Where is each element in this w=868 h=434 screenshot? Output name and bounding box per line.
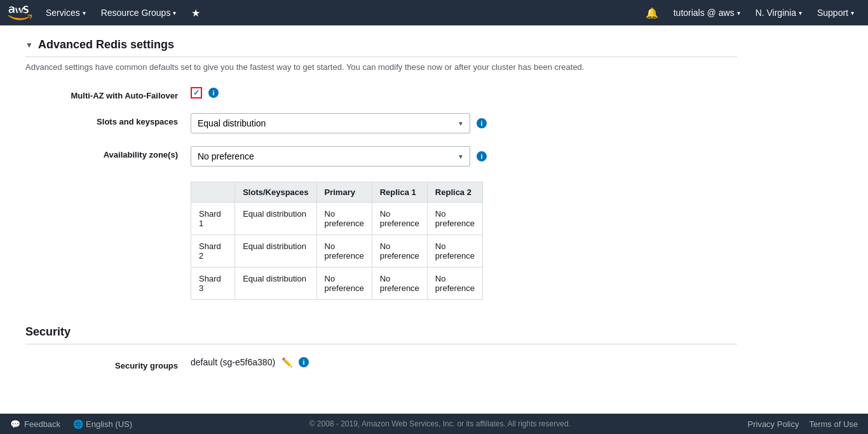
security-groups-label: Security groups [25,357,191,370]
availability-label: Availability zone(s) [25,146,191,159]
shard2-slots: Equal distribution [235,235,316,268]
table-row: Shard 2 Equal distribution Nopreference … [191,235,483,268]
section-description: Advanced settings have common defaults s… [25,62,737,72]
col-replica1: Replica 1 [372,182,427,203]
table-row: Shard 1 Equal distribution Nopreference … [191,203,483,235]
availability-select[interactable]: No preference us-east-1a us-east-1b us-e… [191,146,470,166]
multiaz-checkbox[interactable]: ✓ [191,87,202,98]
services-chevron-icon: ▾ [83,10,86,17]
shard1-replica1: Nopreference [372,203,427,235]
region-chevron-icon: ▾ [799,10,802,17]
slots-row: Slots and keyspaces Equal distribution C… [25,113,737,133]
availability-select-wrapper: No preference us-east-1a us-east-1b us-e… [191,146,470,166]
col-slots: Slots/Keyspaces [235,182,316,203]
top-navigation: Services ▾ Resource Groups ▾ ★ 🔔 tutoria… [0,0,868,25]
table-row: Shard 3 Equal distribution Nopreference … [191,268,483,300]
col-replica2: Replica 2 [427,182,482,203]
slots-info-icon[interactable]: i [477,118,487,128]
multiaz-row: Multi-AZ with Auto-Failover ✓ i [25,87,737,100]
slots-select-wrapper: Equal distribution Custom distribution [191,113,470,133]
shard3-slots: Equal distribution [235,268,316,300]
shard3-replica1: Nopreference [372,268,427,300]
section-title: Advanced Redis settings [38,38,174,51]
multiaz-label: Multi-AZ with Auto-Failover [25,87,191,100]
support-chevron-icon: ▾ [851,10,854,17]
user-chevron-icon: ▾ [737,10,740,17]
resource-groups-label: Resource Groups [101,8,171,18]
shard-table-row: Slots/Keyspaces Primary Replica 1 Replic… [25,179,737,300]
section-header: ▼ Advanced Redis settings [25,38,737,57]
main-content: ▼ Advanced Redis settings Advanced setti… [0,25,763,396]
shard2-replica2: Nopreference [427,235,482,268]
resource-groups-chevron-icon: ▾ [173,10,176,17]
slots-select[interactable]: Equal distribution Custom distribution [191,113,470,133]
shard3-primary: Nopreference [316,268,372,300]
services-menu[interactable]: Services ▾ [39,0,92,25]
security-groups-control: default (sg-e5f6a380) ✏️ i [191,357,737,367]
shard1-slots: Equal distribution [235,203,316,235]
availability-row: Availability zone(s) No preference us-ea… [25,146,737,166]
shard2-replica1: Nopreference [372,235,427,268]
availability-control: No preference us-east-1a us-east-1b us-e… [191,146,737,166]
availability-info-icon[interactable]: i [477,151,487,161]
section-collapse-icon[interactable]: ▼ [25,41,33,50]
col-primary: Primary [316,182,372,203]
services-label: Services [46,8,80,18]
shard1-primary: Nopreference [316,203,372,235]
security-title: Security [25,325,71,339]
shard1-replica2: Nopreference [427,203,482,235]
shard-table-wrapper: Slots/Keyspaces Primary Replica 1 Replic… [191,179,737,300]
security-groups-info-icon[interactable]: i [299,357,309,367]
resource-groups-menu[interactable]: Resource Groups ▾ [95,0,183,25]
security-header: Security [25,325,737,344]
nav-right: 🔔 tutorials @ aws ▾ N. Virginia ▾ Suppor… [639,0,860,25]
slots-control: Equal distribution Custom distribution i [191,113,737,133]
user-menu[interactable]: tutorials @ aws ▾ [667,0,747,25]
table-spacer [25,179,191,183]
user-label: tutorials @ aws [674,8,735,18]
notifications-icon[interactable]: 🔔 [639,7,665,19]
security-groups-value: default (sg-e5f6a380) [191,357,275,367]
multiaz-info-icon[interactable]: i [208,88,219,98]
shard1-name: Shard 1 [191,203,235,235]
bookmark-icon[interactable]: ★ [185,0,207,25]
region-menu[interactable]: N. Virginia ▾ [749,0,808,25]
security-section: Security Security groups default (sg-e5f… [25,325,737,370]
checkmark-icon: ✓ [193,88,200,97]
security-groups-row: Security groups default (sg-e5f6a380) ✏️… [25,357,737,370]
support-label: Support [817,8,848,18]
support-menu[interactable]: Support ▾ [811,0,860,25]
edit-icon[interactable]: ✏️ [281,357,292,367]
shard2-primary: Nopreference [316,235,372,268]
shard3-name: Shard 3 [191,268,235,300]
shard3-replica2: Nopreference [427,268,482,300]
slots-label: Slots and keyspaces [25,113,191,126]
shard2-name: Shard 2 [191,235,235,268]
col-shard [191,182,235,203]
shard-table: Slots/Keyspaces Primary Replica 1 Replic… [191,182,483,300]
aws-logo [8,5,32,20]
region-label: N. Virginia [756,8,796,18]
multiaz-control: ✓ i [191,87,737,98]
